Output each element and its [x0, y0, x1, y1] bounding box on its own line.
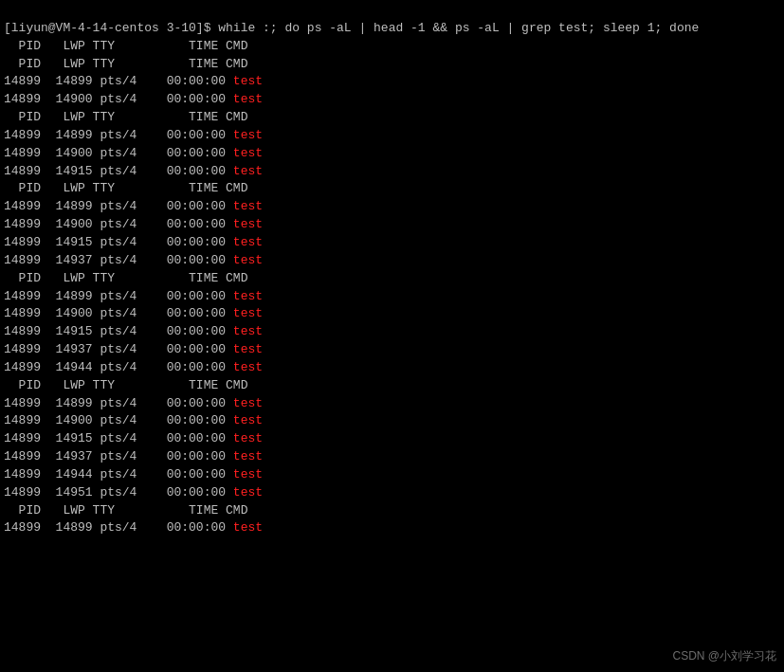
process-row: 14899 14951 pts/4 00:00:00 test	[4, 484, 780, 502]
block-header: PID LWP TTY TIME CMD	[4, 270, 780, 288]
process-row: 14899 14900 pts/4 00:00:00 test	[4, 91, 780, 109]
process-row: 14899 14899 pts/4 00:00:00 test	[4, 73, 780, 91]
block-header: PID LWP TTY TIME CMD	[4, 180, 780, 198]
process-row: 14899 14900 pts/4 00:00:00 test	[4, 305, 780, 323]
watermark: CSDN @小刘学习花	[672, 648, 776, 664]
terminal-output: [liyun@VM-4-14-centos 3-10]$ while :; do…	[0, 0, 784, 539]
block-header: PID LWP TTY TIME CMD	[4, 56, 780, 74]
command-line: [liyun@VM-4-14-centos 3-10]$ while :; do…	[4, 20, 780, 38]
process-row: 14899 14944 pts/4 00:00:00 test	[4, 359, 780, 377]
block-header: PID LWP TTY TIME CMD	[4, 377, 780, 395]
process-row: 14899 14937 pts/4 00:00:00 test	[4, 448, 780, 466]
ps-header: PID LWP TTY TIME CMD	[4, 38, 780, 56]
process-row: 14899 14944 pts/4 00:00:00 test	[4, 466, 780, 484]
block-header: PID LWP TTY TIME CMD	[4, 502, 780, 520]
process-row: 14899 14899 pts/4 00:00:00 test	[4, 519, 780, 537]
process-row: 14899 14900 pts/4 00:00:00 test	[4, 412, 780, 430]
process-row: 14899 14915 pts/4 00:00:00 test	[4, 323, 780, 341]
process-row: 14899 14915 pts/4 00:00:00 test	[4, 163, 780, 181]
process-row: 14899 14899 pts/4 00:00:00 test	[4, 127, 780, 145]
process-row: 14899 14915 pts/4 00:00:00 test	[4, 234, 780, 252]
process-row: 14899 14900 pts/4 00:00:00 test	[4, 145, 780, 163]
process-row: 14899 14915 pts/4 00:00:00 test	[4, 430, 780, 448]
process-row: 14899 14899 pts/4 00:00:00 test	[4, 198, 780, 216]
process-row: 14899 14899 pts/4 00:00:00 test	[4, 288, 780, 306]
block-header: PID LWP TTY TIME CMD	[4, 109, 780, 127]
process-row: 14899 14899 pts/4 00:00:00 test	[4, 395, 780, 413]
process-row: 14899 14900 pts/4 00:00:00 test	[4, 216, 780, 234]
process-row: 14899 14937 pts/4 00:00:00 test	[4, 252, 780, 270]
process-row: 14899 14937 pts/4 00:00:00 test	[4, 341, 780, 359]
